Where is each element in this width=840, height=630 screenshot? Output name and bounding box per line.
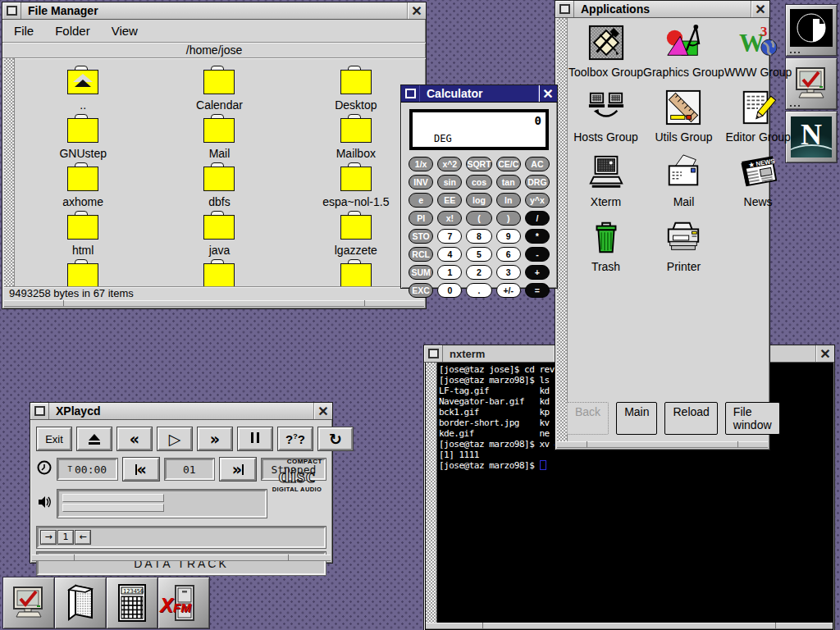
program-button-1[interactable]: 1 [58,531,73,544]
xfm-tile[interactable]: XFM [158,577,210,629]
calc-key-sqrt[interactable]: SQRT [466,157,491,171]
xplaycd-titlebar[interactable]: XPlaycd ✕ [30,403,332,420]
close-icon[interactable]: ✕ [407,2,426,19]
app-item-graphics-group[interactable]: Graphics Group [643,22,724,87]
calc-key-[interactable]: ) [496,211,521,226]
calc-key-[interactable]: / [525,211,550,226]
calc-key-pi[interactable]: PI [409,211,433,226]
calc-key-9[interactable]: 9 [496,229,521,244]
app-item-trash[interactable]: Trash [568,217,643,281]
resize-handle[interactable] [426,623,833,629]
folder-item[interactable] [15,263,151,287]
iconify-button[interactable] [401,85,420,102]
calc-key-1[interactable]: 1 [437,265,462,280]
terminal-scrollbar[interactable] [426,363,437,623]
resize-handle[interactable] [32,555,331,561]
rewind-button[interactable]: « [117,427,152,450]
previous-track-button[interactable]: « [123,458,159,481]
vertical-scrollbar[interactable] [4,58,15,287]
gnustep-tile[interactable] [785,4,838,57]
play-button[interactable]: ▷ [158,427,192,450]
app-item-xterm[interactable]: Xterm [568,152,643,217]
calc-key-0[interactable]: 0 [437,283,462,298]
folder-item[interactable]: dbfs [151,167,287,215]
folder-item[interactable]: java [151,215,287,263]
close-icon[interactable]: ✕ [313,403,332,419]
calculator-titlebar[interactable]: Calculator ✕ [401,85,557,103]
calc-key-x[interactable]: x! [437,211,462,226]
calc-key-inv[interactable]: INV [409,175,433,189]
exit-button[interactable]: Exit [37,427,71,450]
calc-key-6[interactable]: 6 [496,247,521,262]
app-item-printer[interactable]: Printer [643,217,724,281]
file-manager-titlebar[interactable]: File Manager ✕ [2,2,426,20]
applications-titlebar[interactable]: Applications ✕ [555,1,769,18]
shuffle-button[interactable]: ??? [278,427,313,450]
menu-file[interactable]: File [14,24,34,38]
app-item-hosts-group[interactable]: Hosts Group [568,87,643,152]
calc-key-ln[interactable]: ln [496,193,521,208]
folder-item[interactable]: Mail [151,118,287,167]
check-monitor-tile[interactable] [2,577,55,629]
reload-button[interactable]: Reload [664,402,717,435]
calc-key-x2[interactable]: x^2 [437,157,462,171]
program-button-2[interactable]: ← [75,531,90,544]
balance-bar[interactable] [62,504,164,512]
iconify-button[interactable] [30,403,49,419]
calc-key-sto[interactable]: STO [409,229,433,244]
next-track-button[interactable]: » [220,458,256,481]
main-button[interactable]: Main [616,402,657,435]
app-item-news[interactable]: ★ NEWSNews [724,152,792,217]
calc-key-tan[interactable]: tan [496,175,521,189]
iconify-button[interactable] [2,2,21,19]
calc-key-4[interactable]: 4 [437,247,462,262]
calc-key-e[interactable]: e [409,193,433,208]
calc-key-[interactable]: = [525,283,550,298]
repeat-button[interactable]: ↻ [318,427,353,450]
calc-key-5[interactable]: 5 [466,247,491,262]
calc-key-1x[interactable]: 1/x [409,157,433,171]
folder-item[interactable]: GNUstep [15,118,151,167]
calc-key-cec[interactable]: CE/C [496,157,521,171]
netscape-tile[interactable]: N [785,111,838,163]
folder-item[interactable]: html [15,215,151,263]
calc-key-ac[interactable]: AC [525,157,550,171]
vertical-scrollbar[interactable] [557,18,568,441]
back-button[interactable]: Back [567,402,609,435]
volume-bar[interactable] [62,494,164,502]
calc-key-sum[interactable]: SUM [409,265,433,280]
calc-key-drg[interactable]: DRG [525,175,550,189]
calc-key-2[interactable]: 2 [466,265,491,280]
check-monitor-tile[interactable] [785,57,838,110]
menu-folder[interactable]: Folder [55,24,90,38]
calculator-tile[interactable]: 123456 [106,577,158,629]
folder-item[interactable]: axhome [15,167,151,215]
calc-key-7[interactable]: 7 [437,229,462,244]
iconify-button[interactable] [555,1,574,17]
resize-handle[interactable] [4,300,424,307]
calc-key-[interactable]: * [525,229,550,244]
calc-key-8[interactable]: 8 [466,229,491,244]
calc-key-sin[interactable]: sin [437,175,462,189]
calc-key-ee[interactable]: EE [437,193,462,208]
close-icon[interactable]: ✕ [751,1,769,17]
folder-parent[interactable]: .. [15,70,151,118]
app-item-www-group[interactable]: W3WWW Group [724,22,792,87]
volume-slider[interactable] [57,490,267,518]
close-icon[interactable]: ✕ [538,85,557,102]
forward-button[interactable]: » [198,427,232,450]
menu-view[interactable]: View [112,24,138,38]
calc-key-[interactable]: . [466,283,491,298]
calc-key-[interactable]: ( [466,211,491,226]
folder-item[interactable]: Calendar [151,70,287,118]
app-item-editor-group[interactable]: Editor Group [724,87,792,152]
calc-key-3[interactable]: 3 [496,265,521,280]
calc-key-[interactable]: + [525,265,550,280]
calc-key-cos[interactable]: cos [466,175,491,189]
close-icon[interactable]: ✕ [815,345,834,362]
eject-button[interactable] [77,427,112,450]
calc-key-[interactable]: - [525,247,550,262]
calc-key-log[interactable]: log [466,193,491,208]
program-button-0[interactable]: → [41,531,56,544]
calc-key-yx[interactable]: y^x [525,193,550,208]
